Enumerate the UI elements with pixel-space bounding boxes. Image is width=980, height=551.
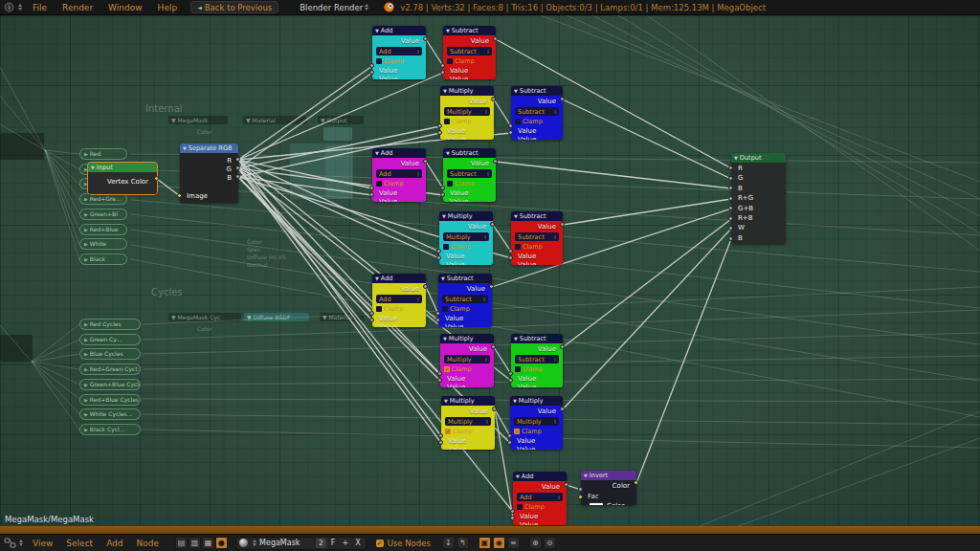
collapse-icon[interactable]: ▼ — [514, 336, 518, 342]
operation-dropdown[interactable]: Add⁞ — [376, 295, 422, 303]
operation-dropdown[interactable]: Add⁞ — [376, 169, 422, 178]
socket-in[interactable] — [177, 193, 182, 198]
socket-in2[interactable] — [508, 378, 513, 383]
clamp-row[interactable]: Clamp — [444, 118, 494, 125]
collapse-icon[interactable]: ▼ — [514, 213, 518, 219]
socket-out[interactable] — [490, 222, 495, 227]
math-node-multiply[interactable]: ▼Multiply Value Multiply⁞ ✓Clamp Value V… — [510, 396, 563, 450]
socket-out[interactable] — [560, 407, 565, 411]
node-header[interactable]: ▼Multiply — [440, 334, 494, 343]
socket-in5[interactable] — [728, 216, 733, 221]
collapse-icon[interactable]: ▼ — [442, 213, 446, 219]
socket-in1[interactable] — [507, 433, 512, 438]
socket-in1[interactable] — [437, 123, 442, 128]
socket-in6[interactable] — [728, 226, 733, 231]
socket-out[interactable] — [423, 36, 428, 41]
clamp-row[interactable]: Clamp — [515, 118, 563, 125]
socket-in2[interactable] — [369, 192, 374, 197]
menu-window[interactable]: Window — [108, 3, 143, 12]
socket-out[interactable] — [560, 344, 565, 349]
node-header[interactable]: ▼Add — [372, 274, 426, 283]
socket-in2[interactable] — [369, 70, 374, 75]
socket-out[interactable] — [560, 222, 565, 227]
backdrop-toggle[interactable]: ▣ — [479, 537, 491, 549]
socket-in1[interactable] — [440, 63, 445, 68]
node-header[interactable]: ▼Multiply — [440, 86, 494, 96]
operation-dropdown[interactable]: Subtract⁞ — [515, 107, 559, 116]
collapse-icon[interactable]: ▼ — [183, 145, 187, 151]
socket-out[interactable] — [491, 344, 496, 349]
clamp-checkbox[interactable] — [447, 58, 453, 64]
operation-dropdown[interactable]: Subtract⁞ — [515, 355, 559, 364]
collapse-icon[interactable]: ▼ — [446, 150, 450, 156]
collapse-icon[interactable]: ▼ — [444, 398, 448, 404]
node-header[interactable]: ▼Output — [731, 153, 786, 163]
socket-in1[interactable] — [435, 311, 440, 316]
node-header[interactable]: ▼Add — [372, 26, 426, 35]
color-swatch[interactable] — [589, 502, 604, 505]
render-engine-select[interactable]: Blender Render — [300, 3, 368, 12]
socket-in1[interactable] — [510, 509, 515, 514]
socket-in7[interactable] — [728, 236, 733, 241]
unlink-datablock-button[interactable]: X — [353, 539, 362, 547]
socket-in2[interactable] — [436, 255, 441, 260]
socket-in1[interactable] — [508, 123, 513, 128]
node-header[interactable]: ▼Subtract — [438, 274, 492, 283]
editor-type-button[interactable]: i — [4, 2, 22, 12]
clamp-row[interactable]: Clamp — [517, 503, 567, 511]
collapse-icon[interactable]: ▼ — [375, 150, 379, 156]
node-header[interactable]: ▼Add — [372, 148, 426, 158]
socket-in1[interactable] — [440, 186, 445, 190]
clamp-row[interactable]: Clamp — [442, 305, 492, 313]
socket-in2[interactable] — [435, 318, 440, 322]
socket-out[interactable] — [493, 159, 498, 164]
math-node-multiply[interactable]: ▼Multiply Value Multiply⁞ ✓Clamp Value V… — [440, 334, 494, 387]
node-header[interactable]: ▼Input — [88, 163, 157, 172]
clamp-row[interactable]: ✓Clamp — [514, 428, 563, 435]
socket-in4[interactable] — [728, 206, 733, 210]
node-header[interactable]: ▼Separate RGB — [180, 143, 238, 153]
socket-in2[interactable] — [369, 318, 374, 322]
socket-in1[interactable] — [728, 176, 733, 181]
menu-render[interactable]: Render — [62, 3, 93, 12]
parent-node-tree-button[interactable]: ↰ — [457, 537, 469, 549]
operation-dropdown[interactable]: Multiply⁞ — [445, 417, 491, 426]
socket-in2[interactable] — [437, 378, 442, 383]
collapse-icon[interactable]: ▼ — [443, 336, 447, 342]
clamp-checkbox[interactable] — [444, 119, 450, 124]
operation-dropdown[interactable]: Subtract⁞ — [447, 169, 492, 178]
operation-dropdown[interactable]: Multiply⁞ — [514, 417, 559, 426]
clamp-checkbox[interactable] — [443, 244, 449, 250]
node-editor-canvas[interactable]: InternalCyclesColorColorColorSpecDiffuse… — [0, 15, 980, 526]
collapse-icon[interactable]: ▼ — [375, 276, 379, 281]
socket-in2[interactable] — [438, 440, 443, 445]
math-node-subtract[interactable]: ▼Subtract Value Subtract⁞ Clamp Value Va… — [443, 148, 496, 202]
clamp-checkbox[interactable] — [447, 181, 453, 187]
node-header[interactable]: ▼Subtract — [511, 211, 563, 221]
socket-in2[interactable] — [507, 440, 512, 445]
socket-in1[interactable] — [369, 63, 374, 68]
clamp-checkbox[interactable]: ✓ — [514, 429, 520, 434]
socket-in3[interactable] — [728, 196, 733, 201]
socket-out[interactable] — [154, 176, 159, 181]
clamp-row[interactable]: Clamp — [376, 305, 426, 313]
socket-out[interactable] — [489, 284, 494, 289]
math-node-add[interactable]: ▼Add Value Add⁞ Clamp Value Value — [372, 26, 426, 79]
sep-node[interactable]: ▼Separate RGBRGBImage — [180, 143, 238, 203]
math-node-multiply[interactable]: ▼Multiply Value Multiply⁞ Clamp Value Va… — [439, 211, 493, 265]
socket-in0[interactable] — [728, 165, 733, 170]
clamp-row[interactable]: Clamp — [447, 180, 496, 187]
node-header[interactable]: ▼Invert — [581, 471, 636, 480]
zoom-out-button[interactable]: ⊖ — [544, 537, 556, 549]
collapse-icon[interactable]: ▼ — [584, 473, 588, 478]
clamp-checkbox[interactable] — [517, 504, 523, 510]
collapse-icon[interactable]: ▼ — [514, 88, 518, 94]
node-header[interactable]: ▼Subtract — [443, 148, 496, 158]
clamp-row[interactable]: Clamp — [515, 243, 563, 251]
socket-in1[interactable] — [369, 186, 374, 190]
math-node-add[interactable]: ▼Add Value Add⁞ Clamp Value Value — [372, 148, 426, 202]
socket-in2[interactable] — [440, 70, 445, 75]
math-node-subtract[interactable]: ▼Subtract Value Subtract⁞ Clamp Value Va… — [438, 274, 492, 327]
menu-view[interactable]: View — [33, 539, 53, 548]
clamp-checkbox[interactable] — [515, 119, 521, 124]
